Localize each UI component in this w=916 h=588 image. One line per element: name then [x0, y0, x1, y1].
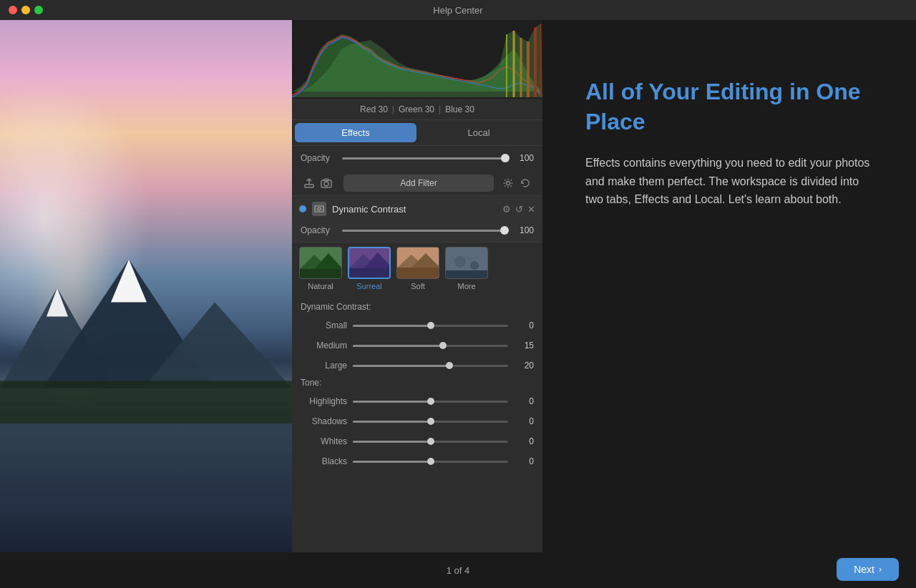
medium-value: 15 [514, 340, 534, 351]
preset-more[interactable]: More [445, 247, 488, 290]
highlights-slider[interactable] [353, 401, 508, 403]
camera-icon[interactable] [318, 175, 335, 192]
preset-soft-thumb [396, 247, 439, 279]
red-value: 30 [378, 104, 387, 114]
reset-icon[interactable] [517, 175, 534, 192]
large-label: Large [301, 361, 347, 371]
red-label: Red [360, 104, 376, 114]
opacity-value: 100 [512, 153, 534, 163]
preset-natural[interactable]: Natural [299, 247, 342, 290]
maximize-button[interactable] [34, 6, 43, 14]
green-label: Green [399, 104, 422, 114]
filter-reset-icon[interactable]: ↺ [515, 204, 523, 215]
filter-opacity-value: 100 [512, 225, 534, 235]
shadows-value: 0 [514, 416, 534, 426]
preset-more-label: More [457, 282, 475, 290]
rgb-values: Red 30 | Green 30 | Blue 30 [292, 99, 542, 120]
svg-point-36 [454, 256, 466, 268]
info-panel: All of Your Editing in One Place Effects… [542, 20, 916, 588]
tab-bar: Effects Local [292, 120, 542, 146]
filter-icon [312, 202, 326, 216]
preset-more-thumb [445, 247, 488, 279]
blacks-control-row: Blacks 0 [301, 452, 534, 471]
large-control-row: Large 20 [301, 356, 534, 375]
next-button[interactable]: Next › [837, 558, 899, 581]
minimize-button[interactable] [21, 6, 30, 14]
svg-point-20 [507, 181, 510, 185]
shadows-label: Shadows [301, 416, 347, 426]
shadows-slider[interactable] [353, 421, 508, 423]
green-value: 30 [425, 104, 434, 114]
opacity-slider[interactable] [342, 157, 505, 160]
tone-section-label: Tone: [301, 378, 534, 388]
traffic-lights [9, 6, 43, 14]
small-slider[interactable] [353, 325, 508, 327]
svg-point-37 [470, 261, 479, 270]
preset-surreal-thumb [348, 247, 391, 279]
filter-opacity-slider[interactable] [342, 230, 505, 232]
rgb-separator-1: | [392, 104, 394, 114]
effects-panel: Red 30 | Green 30 | Blue 30 Effects Loca… [292, 20, 542, 588]
tab-effects[interactable]: Effects [295, 123, 416, 142]
filter-actions: ⚙ ↺ ✕ [502, 204, 535, 215]
close-button[interactable] [9, 6, 17, 14]
dynamic-contrast-section-label: Dynamic Contrast: [301, 302, 534, 312]
svg-rect-26 [300, 269, 342, 279]
window-title: Help Center [433, 5, 482, 16]
photo-area [0, 20, 292, 588]
export-icon[interactable] [301, 175, 318, 192]
tab-local[interactable]: Local [418, 123, 540, 142]
medium-label: Medium [301, 340, 347, 351]
preset-soft[interactable]: Soft [396, 247, 439, 290]
controls-section: Dynamic Contrast: Small 0 Medium 15 [292, 295, 542, 588]
opacity-row: Opacity 100 [292, 146, 542, 170]
small-value: 0 [514, 320, 534, 330]
blue-label: Blue [445, 104, 462, 114]
large-value: 20 [514, 361, 534, 371]
whites-slider[interactable] [353, 441, 508, 443]
svg-rect-34 [397, 268, 439, 279]
svg-point-18 [324, 182, 328, 186]
main-content: Red 30 | Green 30 | Blue 30 Effects Loca… [0, 20, 916, 588]
svg-rect-5 [0, 381, 292, 423]
filter-settings-icon[interactable]: ⚙ [502, 204, 511, 215]
svg-point-22 [318, 207, 321, 210]
blacks-value: 0 [514, 456, 534, 466]
presets-row: Natural Surreal [292, 242, 542, 295]
preset-natural-label: Natural [308, 282, 333, 290]
filter-header: Dynamic Contrast ⚙ ↺ ✕ [292, 196, 542, 222]
svg-rect-15 [305, 185, 313, 187]
whites-value: 0 [514, 436, 534, 446]
filter-active-dot[interactable] [299, 205, 306, 212]
page-indicator: 1 of 4 [447, 565, 470, 576]
highlights-control-row: Highlights 0 [301, 392, 534, 411]
highlights-label: Highlights [301, 396, 347, 406]
large-slider[interactable] [353, 365, 508, 367]
preset-soft-label: Soft [411, 282, 425, 290]
highlights-value: 0 [514, 396, 534, 406]
shadows-control-row: Shadows 0 [301, 412, 534, 431]
medium-slider[interactable] [353, 345, 508, 347]
filter-close-icon[interactable]: ✕ [527, 204, 535, 215]
bottom-bar: 1 of 4 Next › [0, 552, 916, 588]
opacity-label: Opacity [301, 153, 336, 163]
add-filter-button[interactable]: Add Filter [344, 175, 494, 192]
blacks-slider[interactable] [353, 461, 508, 463]
blacks-label: Blacks [301, 456, 347, 466]
whites-label: Whites [301, 436, 347, 446]
medium-control-row: Medium 15 [301, 336, 534, 355]
svg-rect-38 [446, 270, 488, 279]
histogram [292, 20, 542, 99]
preset-surreal[interactable]: Surreal [348, 247, 391, 290]
svg-rect-21 [315, 206, 323, 212]
toolbar-row: Add Filter [292, 170, 542, 196]
info-title: All of Your Editing in One Place [585, 77, 873, 137]
filter-block: Dynamic Contrast ⚙ ↺ ✕ Opacity 100 [292, 196, 542, 242]
info-body: Effects contains everything you need to … [585, 154, 873, 209]
next-arrow-icon: › [879, 564, 882, 574]
small-label: Small [301, 320, 347, 330]
small-control-row: Small 0 [301, 316, 534, 335]
settings-icon[interactable] [500, 175, 517, 192]
preset-natural-thumb [299, 247, 342, 279]
filter-opacity-row: Opacity 100 [292, 222, 542, 242]
